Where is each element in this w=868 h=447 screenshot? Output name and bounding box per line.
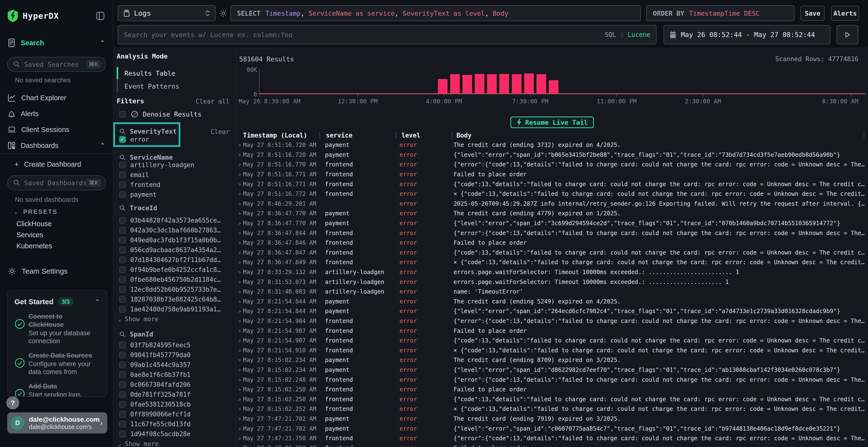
expand-row-icon[interactable]: >: [236, 347, 243, 353]
log-row[interactable]: >May 27 8:36:47.846 AMfrontenderrorFaile…: [236, 238, 868, 248]
span-show-more[interactable]: ⌄ Show more: [118, 440, 159, 447]
expand-row-icon[interactable]: >: [236, 171, 243, 177]
histogram-bar[interactable]: [475, 74, 485, 94]
expand-row-icon[interactable]: >: [236, 220, 243, 226]
expand-row-icon[interactable]: >: [236, 386, 243, 392]
trace-checkbox[interactable]: [119, 296, 126, 303]
span-checkbox[interactable]: [119, 391, 126, 398]
log-row[interactable]: >May 27 8:51:16.771 AMfrontenderror{"cod…: [236, 179, 868, 189]
collapse-sidebar-icon[interactable]: [94, 10, 106, 22]
trace-checkbox[interactable]: [119, 227, 126, 234]
sidebar-item-preset-kubernetes[interactable]: Kubernetes: [0, 240, 113, 251]
user-menu[interactable]: D dale@clickhouse.com dale@clickhouse.co…: [7, 412, 107, 434]
expand-row-icon[interactable]: >: [236, 436, 243, 441]
service-checkbox[interactable]: [119, 162, 126, 168]
trace-checkbox[interactable]: [119, 237, 126, 243]
source-settings-button[interactable]: [217, 5, 230, 21]
log-row[interactable]: >May 27 8:15:02.248 AMfrontenderror{"err…: [236, 375, 868, 385]
order-by-input[interactable]: ORDER BY TimestampTime DESC: [646, 5, 795, 21]
sidebar-item-team-settings[interactable]: Team Settings: [0, 265, 113, 277]
log-row[interactable]: >May 27 8:33:29.132 AMartillery-loadgene…: [236, 267, 868, 277]
histogram-bar[interactable]: [536, 74, 546, 94]
expand-row-icon[interactable]: >: [236, 445, 243, 447]
span-checkbox[interactable]: [119, 342, 126, 348]
saved-searches-search[interactable]: ⌘K: [7, 57, 106, 72]
trace-checkbox[interactable]: [119, 276, 126, 283]
histogram-bar[interactable]: [549, 80, 558, 94]
save-button[interactable]: Save: [801, 6, 825, 21]
span-checkbox[interactable]: [119, 431, 126, 437]
log-row[interactable]: >May 27 7:47:21.702 AMpaymenterrorThe cr…: [236, 414, 868, 424]
column-options-icon[interactable]: [864, 132, 865, 138]
logo[interactable]: HyperDX: [7, 9, 106, 23]
expand-row-icon[interactable]: >: [236, 416, 243, 422]
trace-checkbox[interactable]: [119, 217, 126, 224]
log-row[interactable]: >May 27 8:21:54.910 AMfrontenderror× {"c…: [236, 345, 868, 355]
expand-row-icon[interactable]: >: [236, 426, 243, 432]
trace-facet-option[interactable]: 07d184304627bf2f11b67dd…: [119, 255, 234, 265]
expand-row-icon[interactable]: >: [236, 201, 243, 207]
expand-row-icon[interactable]: >: [236, 279, 243, 285]
get-started-step[interactable]: Connect to ClickHouseSet up your databas…: [14, 312, 100, 345]
date-range-picker[interactable]: May 26 08:52:44 - May 27 08:52:44: [663, 25, 830, 44]
log-row[interactable]: >May 27 8:51:16.772 AMfrontenderror× {"c…: [236, 189, 868, 199]
log-row[interactable]: >May 27 8:21:54.907 AMfrontenderror{"cod…: [236, 336, 868, 346]
expand-row-icon[interactable]: >: [236, 406, 243, 412]
span-facet-option[interactable]: 0fae5381230518cb: [119, 399, 234, 409]
trace-facet-option[interactable]: 1ae42480d758e9ab91193a1…: [119, 304, 234, 314]
saved-searches-input[interactable]: [24, 61, 86, 68]
expand-row-icon[interactable]: >: [236, 397, 243, 402]
service-checkbox[interactable]: [119, 181, 126, 188]
help-button[interactable]: ?: [6, 397, 19, 409]
trace-checkbox[interactable]: [119, 286, 126, 293]
results-histogram[interactable]: 80K 0 May 26 8:30:00 AM12:30:00 PM4:00:0…: [241, 63, 866, 94]
trace-checkbox[interactable]: [119, 247, 126, 253]
span-facet-option[interactable]: 1d94f08c5acdb28e: [119, 429, 234, 439]
histogram-bar[interactable]: [462, 75, 472, 94]
presets-toggle[interactable]: ⌄ PRESETS: [13, 208, 57, 215]
saved-dashboards-input[interactable]: [24, 179, 86, 187]
expand-row-icon[interactable]: >: [236, 230, 243, 236]
expand-row-icon[interactable]: >: [236, 162, 243, 167]
denoise-checkbox[interactable]: [119, 111, 126, 117]
log-row[interactable]: >May 27 8:51:16.720 AMpaymenterrorThe cr…: [236, 140, 868, 150]
trace-facet-option[interactable]: 18287038b73e882425c64b8…: [119, 294, 234, 304]
service-facet-option[interactable]: artillery-loadgen: [119, 160, 234, 170]
histogram-bar[interactable]: [499, 74, 509, 94]
expand-row-icon[interactable]: >: [236, 328, 243, 334]
span-checkbox[interactable]: [119, 362, 126, 368]
sidebar-item-preset-services[interactable]: Services: [0, 229, 113, 240]
sidebar-item-dashboards[interactable]: Dashboards ⌃: [0, 139, 113, 152]
span-facet-option[interactable]: 0c0667304fafd206: [119, 380, 234, 389]
expand-row-icon[interactable]: >: [236, 367, 243, 373]
log-row[interactable]: >May 27 8:36:47.770 AMpaymenterrorThe cr…: [236, 209, 868, 218]
expand-row-icon[interactable]: >: [236, 299, 243, 304]
get-started-step[interactable]: Create Data SourcesConfigure where your …: [14, 351, 100, 376]
column-header-timestamp[interactable]: Timestamp (Local): [236, 132, 319, 139]
alerts-button[interactable]: Alerts: [831, 6, 859, 21]
create-dashboard-button[interactable]: + Create Dashboard: [0, 158, 113, 171]
expand-row-icon[interactable]: >: [236, 210, 243, 216]
run-query-button[interactable]: [837, 25, 858, 44]
mode-results-table[interactable]: Results Table: [117, 67, 213, 79]
expand-row-icon[interactable]: >: [236, 289, 243, 295]
service-facet-option[interactable]: email: [119, 170, 234, 180]
log-row[interactable]: >May 27 7:47:21.752 AMfrontenderrorFaile…: [236, 443, 868, 447]
span-facet-option[interactable]: 0ff8990066efcf1d: [119, 409, 234, 419]
span-facet-option[interactable]: 0ae8e1f6c6b37fb1: [119, 370, 234, 380]
span-checkbox[interactable]: [119, 371, 126, 378]
trace-checkbox[interactable]: [119, 256, 126, 263]
log-row[interactable]: >May 27 8:15:02.252 AMfrontenderror× {"c…: [236, 404, 868, 414]
trace-checkbox[interactable]: [119, 306, 126, 313]
expand-row-icon[interactable]: >: [236, 142, 243, 148]
span-facet-option[interactable]: 0de781ff325a781f: [119, 389, 234, 399]
saved-dashboards-search[interactable]: ⌘K: [7, 175, 106, 190]
expand-row-icon[interactable]: >: [236, 318, 243, 324]
trace-facet-option[interactable]: 049ed0ac3fdb1f3f15a0b0b…: [119, 235, 234, 245]
trace-facet-option[interactable]: 0f94b9befe0b4252ccfa1c8…: [119, 265, 234, 275]
log-row[interactable]: >May 27 8:21:54.844 AMpaymenterror{"leve…: [236, 306, 868, 316]
log-row[interactable]: >May 27 8:15:02.234 AMpaymenterror{"leve…: [236, 365, 868, 375]
expand-row-icon[interactable]: >: [236, 240, 243, 246]
histogram-bar[interactable]: [450, 74, 460, 94]
log-row[interactable]: >May 27 8:51:16.770 AMfrontenderror{"err…: [236, 160, 868, 170]
